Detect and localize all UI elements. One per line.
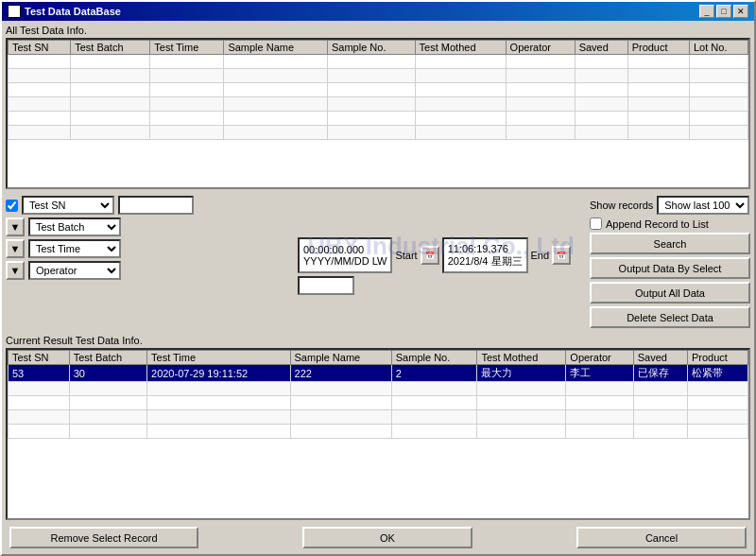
b-col-test-batch: Test Batch	[69, 351, 146, 365]
show-records-label: Show records	[590, 200, 653, 211]
search-row2-arrow[interactable]: ▼	[6, 217, 25, 236]
start-datetime-box: 00:00:00.000 YYYY/MM/DD LW	[298, 237, 392, 273]
end-datetime-box: 11:06:19.376 2021/8/4 星期三	[442, 237, 528, 273]
b-col-sample-no: Sample No.	[391, 351, 477, 365]
b-col-operator: Operator	[566, 351, 633, 365]
col-test-sn: Test SN	[9, 41, 71, 55]
search-middle: UBY Industrial Co., Ltd 00:00:00.000 YYY…	[298, 196, 584, 295]
col-lot-no: Lot No.	[689, 41, 747, 55]
search-row-1: Test SN Test Batch Test Time Sample Name…	[6, 196, 292, 215]
end-datetime-line2: 2021/8/4 星期三	[448, 254, 523, 269]
search-field-3-select[interactable]: Test Time Test SN Test Batch Sample Name…	[28, 239, 121, 258]
search-row-3: ▼ Test Time Test SN Test Batch Sample Na…	[6, 239, 292, 258]
start-datetime-line2: YYYY/MM/DD LW	[303, 255, 387, 267]
output-all-button[interactable]: Output All Data	[590, 282, 750, 304]
bottom-table: Test SN Test Batch Test Time Sample Name…	[8, 350, 748, 439]
start-label: Start	[395, 250, 417, 261]
b-col-saved: Saved	[633, 351, 687, 365]
remove-record-button[interactable]: Remove Select Record	[9, 527, 198, 548]
datetime-row: 00:00:00.000 YYYY/MM/DD LW Start 📅 11:06…	[298, 237, 584, 273]
cancel-button[interactable]: Cancel	[576, 527, 747, 548]
table-row	[9, 382, 748, 396]
top-section-label: All Test Data Info.	[6, 25, 750, 36]
output-select-button[interactable]: Output Data By Select	[590, 257, 750, 279]
search-right: Show records Show last 100 Show last 50 …	[590, 196, 750, 328]
row4-input[interactable]	[298, 276, 354, 295]
end-calendar-button[interactable]: 📅	[552, 246, 571, 265]
b-col-test-mothed: Test Mothed	[477, 351, 566, 365]
append-checkbox[interactable]	[590, 217, 602, 230]
col-sample-no: Sample No.	[328, 41, 416, 55]
table-row	[9, 425, 748, 439]
col-operator: Operator	[506, 41, 575, 55]
append-row: Append Record to List	[590, 217, 750, 230]
search-button[interactable]: Search	[590, 233, 750, 254]
col-sample-name: Sample Name	[224, 41, 328, 55]
main-window: 🗄 Test Data DataBase _ □ ✕ All Test Data…	[0, 0, 756, 556]
end-datetime-line1: 11:06:19.376	[448, 243, 523, 254]
col-product: Product	[627, 41, 689, 55]
search-row3-arrow[interactable]: ▼	[6, 239, 25, 258]
app-icon: 🗄	[8, 5, 21, 18]
table-row[interactable]: 53302020-07-29 19:11:522222最大力李工已保存松紧带	[9, 365, 748, 382]
row4-input-area	[298, 276, 584, 295]
search-checkbox-1[interactable]	[6, 200, 18, 212]
close-button[interactable]: ✕	[733, 5, 748, 18]
b-col-test-time: Test Time	[147, 351, 291, 365]
minimize-button[interactable]: _	[699, 5, 714, 18]
datetime-area: 00:00:00.000 YYYY/MM/DD LW Start 📅 11:06…	[298, 237, 584, 273]
ok-button[interactable]: OK	[302, 527, 472, 548]
append-label: Append Record to List	[606, 218, 709, 230]
col-test-time: Test Time	[150, 41, 224, 55]
bottom-section-label: Current Result Test Data Info.	[6, 335, 750, 346]
maximize-button[interactable]: □	[716, 5, 731, 18]
bottom-section: Current Result Test Data Info. Test SN T…	[6, 335, 750, 520]
show-records-select[interactable]: Show last 100 Show last 50 Show all	[657, 196, 749, 215]
window-body: All Test Data Info. Test SN Test Batch T…	[2, 21, 754, 554]
b-col-product: Product	[688, 351, 748, 365]
start-datetime-line1: 00:00:00.000	[303, 244, 387, 255]
col-saved: Saved	[575, 41, 627, 55]
window-title: Test Data DataBase	[25, 6, 121, 17]
search-row4-arrow[interactable]: ▼	[6, 261, 25, 280]
search-row-4: ▼ Operator Test SN Test Batch Test Time …	[6, 261, 292, 280]
start-calendar-button[interactable]: 📅	[421, 246, 439, 265]
top-section: All Test Data Info. Test SN Test Batch T…	[6, 25, 750, 189]
search-row-2: ▼ Test Batch Test SN Test Time Sample Na…	[6, 217, 292, 236]
table-row	[9, 410, 748, 425]
bottom-table-container[interactable]: Test SN Test Batch Test Time Sample Name…	[6, 348, 750, 520]
delete-select-button[interactable]: Delete Select Data	[590, 306, 750, 328]
search-field-1-select[interactable]: Test SN Test Batch Test Time Sample Name…	[22, 196, 114, 215]
search-left: Test SN Test Batch Test Time Sample Name…	[6, 196, 292, 280]
search-field-2-select[interactable]: Test Batch Test SN Test Time Sample Name…	[28, 217, 121, 236]
search-input-1[interactable]	[118, 196, 194, 215]
search-field-4-select[interactable]: Operator Test SN Test Batch Test Time Sa…	[28, 261, 121, 280]
titlebar: 🗄 Test Data DataBase _ □ ✕	[2, 2, 754, 21]
top-table-container[interactable]: Test SN Test Batch Test Time Sample Name…	[6, 38, 750, 189]
top-table: Test SN Test Batch Test Time Sample Name…	[8, 40, 748, 140]
search-area: Test SN Test Batch Test Time Sample Name…	[6, 192, 750, 332]
end-label: End	[531, 250, 550, 261]
footer: Remove Select Record OK Cancel	[6, 523, 750, 550]
b-col-sample-name: Sample Name	[290, 351, 391, 365]
show-records-row: Show records Show last 100 Show last 50 …	[590, 196, 750, 215]
b-col-test-sn: Test SN	[9, 351, 70, 365]
table-row	[9, 396, 748, 410]
col-test-mothed: Test Mothed	[415, 41, 506, 55]
col-test-batch: Test Batch	[71, 41, 150, 55]
